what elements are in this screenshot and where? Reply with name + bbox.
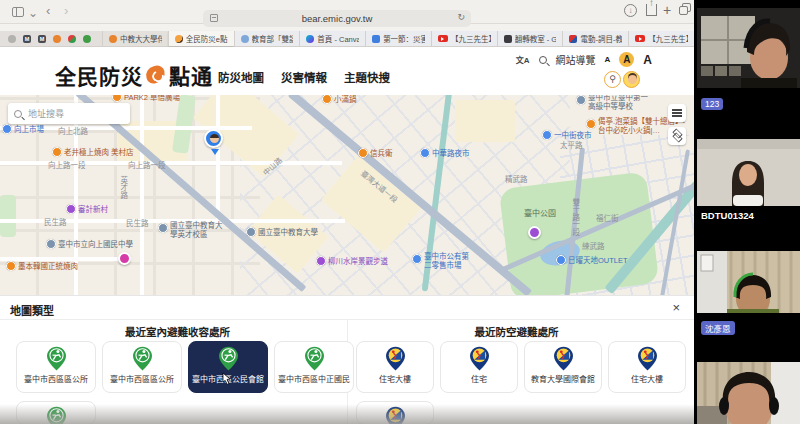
- tab-dictionary[interactable]: 電動-詞目-教…: [562, 31, 628, 46]
- pinned-tabs: M M: [0, 31, 102, 46]
- poi-label[interactable]: PARK2 草悟廣場: [112, 95, 180, 103]
- user-location-avatar-pin[interactable]: [204, 129, 223, 148]
- air-raid-shelter-card-partial[interactable]: [356, 401, 434, 424]
- poi-label[interactable]: 墨本韓國正統燒肉: [6, 261, 78, 272]
- slides-icon: [372, 35, 380, 43]
- school-label[interactable]: 臺中市立臺中第一高級中等學校: [576, 95, 652, 111]
- participant-video-1[interactable]: [697, 8, 800, 88]
- reload-icon[interactable]: ↻: [457, 12, 465, 22]
- forward-icon[interactable]: ›: [64, 4, 68, 18]
- indoor-shelter-pin-icon: [47, 346, 66, 371]
- poi-label[interactable]: 信兵衛: [358, 148, 393, 159]
- pinned-tab-flower-icon[interactable]: [53, 35, 61, 43]
- poi-label[interactable]: 中華路夜市: [420, 148, 470, 159]
- air-raid-shelter-pin-icon: [638, 346, 657, 371]
- font-size-medium-button[interactable]: A: [619, 52, 634, 67]
- account-button[interactable]: ⚲: [604, 71, 621, 88]
- tab-lesson1[interactable]: 第一節：災害…: [365, 31, 431, 46]
- poi-label[interactable]: 小滿鍋: [322, 95, 357, 105]
- road: [216, 95, 220, 225]
- address-search-input[interactable]: [26, 108, 111, 120]
- mouse-cursor: [222, 372, 232, 386]
- pinned-tab-m-icon[interactable]: M: [38, 35, 46, 43]
- poi-label[interactable]: 臺中市公有第二零售市場: [412, 253, 474, 270]
- poi-label[interactable]: 一中街夜市: [542, 130, 592, 141]
- air-raid-shelter-card[interactable]: 住宅大樓: [356, 341, 434, 393]
- tab-youtube-s[interactable]: 【九三先生】#S…: [628, 31, 694, 46]
- air-raid-shelter-card[interactable]: 住宅: [440, 341, 518, 393]
- poi-label[interactable]: 柳川水岸景觀步道: [316, 256, 388, 267]
- road-label: 向上路一段: [128, 162, 166, 171]
- share-icon[interactable]: [646, 4, 657, 16]
- font-size-large-button[interactable]: A: [643, 53, 652, 67]
- canva-icon: [306, 35, 314, 43]
- tab-google-classroom[interactable]: 翻轉教室 - Go…: [497, 31, 563, 46]
- air-raid-shelter-section-title: 最近防空避難處所: [347, 324, 686, 339]
- camera-marker-icon[interactable]: [528, 226, 541, 239]
- poi-label[interactable]: 老井極上燒肉 美村店: [52, 147, 134, 158]
- sidebar-toggle-icon[interactable]: [12, 7, 24, 17]
- nav-topic-search[interactable]: 主題快搜: [344, 69, 390, 85]
- downloads-icon[interactable]: ↓: [624, 4, 637, 17]
- air-raid-shelter-pin-icon: [386, 406, 405, 424]
- font-size-small-button[interactable]: A: [605, 55, 611, 64]
- poi-label[interactable]: 向上市場: [2, 124, 44, 135]
- poi-label[interactable]: 日曜天地OUTLET: [556, 255, 628, 266]
- tab-bear-emic-active[interactable]: 全民防災e點…: [168, 31, 234, 46]
- air-raid-shelter-card[interactable]: 教育大學國際會館: [524, 341, 602, 393]
- participant-4-webcam: [697, 362, 800, 424]
- translate-icon[interactable]: 文A: [516, 54, 530, 65]
- logo-hand-icon: [144, 64, 168, 86]
- indoor-shelter-card[interactable]: 臺中市西區區公所: [16, 341, 96, 393]
- hamburger-icon: [672, 109, 682, 111]
- participant-name-label: BDTU01324: [701, 210, 754, 221]
- poi-marker-magenta[interactable]: [118, 252, 131, 265]
- pinned-tab-bird-icon[interactable]: [68, 35, 76, 43]
- page-settings-icon[interactable]: [210, 14, 218, 22]
- site-logo[interactable]: 全民防災 點通: [55, 60, 213, 90]
- search-icon[interactable]: [539, 56, 547, 64]
- map-green-strip: [0, 195, 16, 237]
- pinned-tab-globe-gray-icon[interactable]: [8, 35, 16, 43]
- school-label[interactable]: 國立臺中教育大學: [246, 227, 318, 238]
- tab-youtube-9[interactable]: 【九三先生】#9…: [431, 31, 497, 46]
- tab-canva[interactable]: 首頁 - Canva: [299, 31, 365, 46]
- new-tab-icon[interactable]: +: [663, 3, 671, 17]
- browser-toolbar: ⌄ ‹ › bear.emic.gov.tw ↻ ↓ +: [0, 0, 694, 24]
- poi-label[interactable]: 審計新村: [66, 204, 108, 215]
- map-canvas[interactable]: PARK2 草悟廣場 向上市場 向上北路 老井極上燒肉 美村店 向上路一段 向上…: [0, 95, 694, 295]
- school-label[interactable]: 國立臺中教育大學英才校區: [158, 222, 224, 239]
- avatar[interactable]: [623, 71, 640, 88]
- sitemap-link[interactable]: 網站導覽: [556, 52, 596, 67]
- tab-overview-icon[interactable]: [679, 6, 688, 15]
- air-raid-shelter-pin-icon: [470, 346, 489, 371]
- back-icon[interactable]: ‹: [46, 4, 50, 18]
- participant-video-4[interactable]: [697, 362, 800, 424]
- bear-paw-icon: [175, 35, 183, 43]
- participant-video-3[interactable]: [697, 251, 800, 313]
- indoor-shelter-card[interactable]: 臺中市西區區公所: [102, 341, 182, 393]
- chevron-down-icon[interactable]: ⌄: [28, 6, 38, 20]
- map-layers-button[interactable]: [668, 127, 686, 145]
- pinned-tab-m-icon[interactable]: M: [23, 35, 31, 43]
- main-nav: 防災地圖 災害情報 主題快搜: [218, 69, 390, 85]
- indoor-shelter-card[interactable]: 臺中市西區中正國民: [274, 341, 354, 393]
- url-text: bear.emic.gov.tw: [302, 13, 373, 24]
- close-icon[interactable]: ×: [672, 300, 680, 315]
- map-menu-button[interactable]: [668, 104, 686, 122]
- nav-disaster-map[interactable]: 防災地圖: [218, 69, 264, 85]
- gov-site-icon: [241, 35, 249, 43]
- road-label: 太平路: [560, 142, 583, 151]
- nav-disaster-info[interactable]: 災害情報: [281, 69, 327, 85]
- road-label: 練武路: [582, 243, 605, 252]
- pinned-tab-globe-green-icon[interactable]: [83, 35, 91, 43]
- url-bar[interactable]: bear.emic.gov.tw ↻: [203, 10, 471, 27]
- tab-ntcu[interactable]: 中教大大學伴…: [102, 31, 168, 46]
- indoor-shelter-card-partial[interactable]: [16, 401, 96, 424]
- user-location-pin-tail: [211, 149, 219, 155]
- participant-video-2[interactable]: [697, 139, 800, 206]
- tab-moe-bilingual[interactable]: 教育部「雙語…: [234, 31, 300, 46]
- school-label[interactable]: 臺中市立向上國民中學: [46, 239, 133, 250]
- screen: ⌄ ‹ › bear.emic.gov.tw ↻ ↓ + M M 中教大大學伴……: [0, 0, 800, 424]
- air-raid-shelter-card[interactable]: 住宅大樓: [608, 341, 686, 393]
